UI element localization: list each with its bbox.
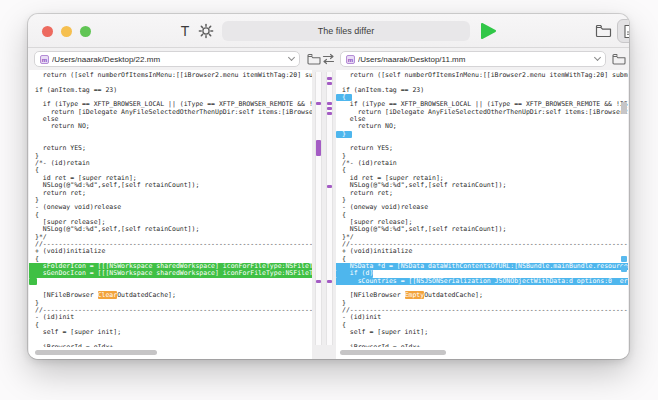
code-line: - (id)init — [342, 314, 628, 321]
code-line: return ret; — [342, 190, 628, 197]
change-marker — [327, 82, 332, 85]
code-line: self = [super init]; — [35, 329, 312, 336]
code-line: return ([self numberOfItemsInMenu:[[iBro… — [35, 72, 312, 79]
code-line: NSLog(@"%d:%d",self,[self retainCount]); — [342, 226, 628, 233]
code-line: iBrowserId = oIdx+ — [35, 344, 312, 347]
right-browse-folder-button[interactable] — [612, 53, 626, 65]
traffic-lights — [42, 26, 91, 37]
left-code: return ([self numberOfItemsInMenu:[[iBro… — [29, 72, 312, 347]
code-line: //--------------------------------------… — [342, 307, 628, 314]
code-line: } — [342, 131, 628, 138]
code-line: return ret; — [35, 190, 312, 197]
code-line: /*- (id)retain — [342, 160, 628, 167]
chevron-down-icon[interactable] — [594, 54, 601, 61]
gear-icon[interactable] — [198, 23, 214, 39]
left-browse-folder-button[interactable] — [307, 53, 321, 65]
code-line: [NFileBrowser EmptyOutdatedCache]; — [342, 292, 628, 299]
change-marker — [327, 112, 332, 115]
code-line: [NFileBrowser ClearOutdatedCache]; — [35, 292, 312, 299]
open-folder-button[interactable] — [595, 23, 612, 38]
code-line: - (oneway void)release — [35, 204, 312, 211]
code-line: if (anItem.tag == 23) — [342, 87, 628, 94]
code-line: if (anItem.tag == 23) — [35, 87, 312, 94]
left-horizontal-scrollbar[interactable] — [35, 350, 157, 355]
code-line: iBrowserId = oIdx+ — [342, 344, 628, 347]
code-line — [35, 278, 312, 285]
change-marker — [621, 266, 627, 272]
change-marker — [621, 256, 627, 262]
code-line: return NO; — [342, 123, 628, 130]
code-line: return [iDelegate AnyFileSelectedOtherTh… — [35, 109, 312, 116]
code-line: return YES; — [35, 145, 312, 152]
change-marker — [316, 280, 321, 283]
diff-content: return ([self numberOfItemsInMenu:[[iBro… — [28, 70, 629, 359]
status-field: The files differ — [222, 21, 470, 41]
right-overview-ruler — [621, 72, 627, 345]
code-line: return ([self numberOfItemsInMenu:[[iBro… — [342, 72, 628, 79]
left-file-path-input[interactable]: m /Users/naarak/Desktop/22.mm — [34, 51, 300, 67]
code-line: //--------------------------------------… — [35, 307, 312, 314]
diff-app-window: T The files differ — [28, 14, 629, 359]
change-marker — [327, 77, 332, 80]
code-line: return NO; — [35, 123, 312, 130]
changed-token: Empty — [405, 291, 425, 299]
change-marker — [621, 102, 627, 114]
document-icon — [623, 24, 629, 39]
pane-headers: m /Users/naarak/Desktop/22.mm m /Users/n… — [28, 48, 629, 70]
left-file-path: /Users/naarak/Desktop/22.mm — [52, 55, 286, 64]
code-line: /*- (id)retain — [35, 160, 312, 167]
changed-token: Clear — [98, 291, 118, 299]
code-line — [35, 131, 312, 138]
change-marker — [316, 102, 321, 105]
change-marker — [327, 107, 332, 110]
close-button[interactable] — [42, 26, 53, 37]
code-line: + (void)initialize — [342, 248, 628, 255]
right-change-strip — [326, 72, 333, 345]
document-view-button[interactable] — [617, 19, 629, 43]
toolbar: T The files differ — [28, 14, 629, 48]
change-marker — [316, 140, 321, 156]
code-line: sGenDocIcon = [[[NSWorkspace sharedWorks… — [29, 270, 312, 277]
text-mode-button[interactable]: T — [177, 22, 193, 40]
code-line: return [iDelegate AnyFileSelectedOtherTh… — [342, 109, 628, 116]
objc-file-icon: m — [40, 55, 49, 64]
change-marker — [327, 280, 332, 283]
code-line: NSLog(@"%d:%d",self,[self retainCount]); — [35, 226, 312, 233]
objc-file-icon: m — [346, 55, 355, 64]
change-marker — [327, 185, 332, 188]
right-code: return ([self numberOfItemsInMenu:[[iBro… — [336, 72, 628, 347]
chevron-down-icon[interactable] — [288, 54, 295, 61]
change-map-gutter — [312, 70, 336, 359]
code-line: return YES; — [342, 145, 628, 152]
code-line: sCountries = [[NSJSONSerialization JSONO… — [336, 278, 628, 285]
left-change-strip — [315, 72, 322, 345]
change-marker — [327, 102, 332, 105]
right-file-path: /Users/naarak/Desktop/11.mm — [358, 55, 592, 64]
right-horizontal-scrollbar[interactable] — [340, 350, 446, 355]
minimize-button[interactable] — [61, 26, 72, 37]
code-line: - (id)init — [35, 314, 312, 321]
right-code-pane[interactable]: return ([self numberOfItemsInMenu:[[iBro… — [336, 70, 628, 359]
code-line: - (oneway void)release — [342, 204, 628, 211]
right-file-path-input[interactable]: m /Users/naarak/Desktop/11.mm — [340, 51, 606, 67]
zoom-button[interactable] — [80, 26, 91, 37]
code-line: self = [super init]; — [342, 329, 628, 336]
code-line: NSData *d = [NSData dataWithContentsOfUR… — [336, 263, 628, 270]
swap-files-icon[interactable] — [322, 53, 335, 65]
code-line: + (void)initialize — [35, 248, 312, 255]
left-code-pane[interactable]: return ([self numberOfItemsInMenu:[[iBro… — [29, 70, 312, 359]
run-compare-button[interactable] — [479, 22, 497, 40]
